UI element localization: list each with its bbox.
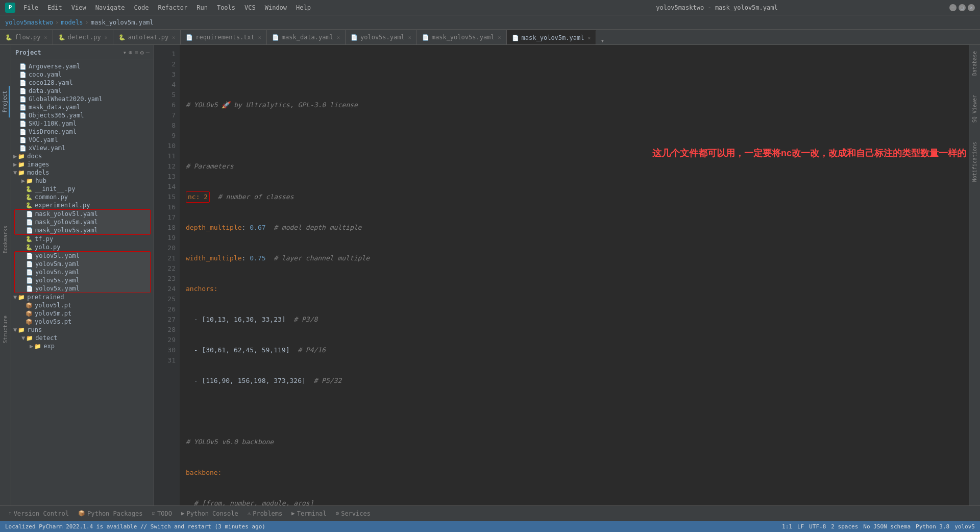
tab-maskdata[interactable]: 📄 mask_data.yaml × (267, 30, 346, 44)
left-tab-structure[interactable]: Structure (2, 310, 9, 348)
tree-visdrone[interactable]: 📄 VisDrone.yaml (11, 128, 154, 136)
sidebar-icon-collapse[interactable]: ≡ (134, 49, 138, 56)
tree-tf[interactable]: 🐍 tf.py (11, 235, 154, 243)
status-indent[interactable]: 2 spaces (831, 523, 858, 530)
menu-help[interactable]: Help (292, 3, 315, 12)
code-line-9: - [30,61, 62,45, 59,119] # P4/16 (186, 345, 963, 355)
menu-window[interactable]: Window (261, 3, 291, 12)
tree-maskyolov5s[interactable]: 📄 mask_yolov5s.yaml (15, 226, 150, 234)
bottom-tab-pythonconsole[interactable]: ▶ Python Console (177, 509, 242, 518)
tree-voc[interactable]: 📄 VOC.yaml (11, 136, 154, 144)
tab-autoteat[interactable]: 🐍 autoTeat.py × (113, 30, 181, 44)
tree-detect[interactable]: ▼ 📁 detect (11, 334, 154, 342)
tree-pretrained[interactable]: ▼ 📁 pretrained (11, 293, 154, 301)
tree-coco128[interactable]: 📄 coco128.yaml (11, 79, 154, 87)
bottom-tab-versioncontrol[interactable]: ↑ Version Control (4, 509, 73, 518)
tree-maskdata[interactable]: 📄 mask_data.yaml (11, 103, 154, 111)
tree-yolov5l[interactable]: 📄 yolov5l.yaml (15, 252, 150, 260)
tab-yolov5s[interactable]: 📄 yolov5s.yaml × (346, 30, 417, 44)
tab-maskdata-close[interactable]: × (337, 35, 340, 40)
sidebar-icon-gear[interactable]: — (146, 49, 150, 56)
menu-code[interactable]: Code (130, 3, 153, 12)
code-container[interactable]: 1 2 3 4 5 6 7 8 9 10 11 12 13 14 15 16 1… (154, 45, 969, 505)
tab-maskyolov5s-close[interactable]: × (498, 35, 501, 40)
tab-requirements[interactable]: 📄 requirements.txt × (181, 30, 267, 44)
status-position[interactable]: 1:1 (782, 523, 792, 530)
status-python[interactable]: Python 3.8 (916, 523, 949, 530)
tab-flow[interactable]: 🐍 flow.py × (0, 30, 53, 44)
tree-runs[interactable]: ▼ 📁 runs (11, 326, 154, 334)
tree-yolov5spt[interactable]: 📦 yolov5s.pt (11, 318, 154, 326)
tab-flow-close[interactable]: × (44, 35, 47, 40)
status-update-msg[interactable]: Localized PyCharm 2022.1.4 is available … (5, 523, 265, 530)
tree-sku110k[interactable]: 📄 SKU-110K.yaml (11, 119, 154, 128)
tab-maskyolov5m[interactable]: 📄 mask_yolov5m.yaml × (507, 30, 597, 44)
tab-detect-close[interactable]: × (105, 35, 108, 40)
tree-yolo[interactable]: 🐍 yolo.py (11, 243, 154, 251)
right-panel-database[interactable]: Database (971, 47, 978, 80)
sidebar-icon-settings[interactable]: ⚙ (140, 49, 144, 56)
right-panel-sqviewer[interactable]: SQ Viewer (971, 91, 978, 127)
tree-init[interactable]: 🐍 __init__.py (11, 185, 154, 193)
menu-file[interactable]: File (19, 3, 42, 12)
tab-yolov5s-close[interactable]: × (408, 35, 411, 40)
tree-globalwheat[interactable]: 📄 GlobalWheat2020.yaml (11, 95, 154, 103)
breadcrumb-project[interactable]: yolov5masktwo (5, 19, 53, 26)
menu-edit[interactable]: Edit (43, 3, 66, 12)
tree-images[interactable]: ▶ 📁 images (11, 160, 154, 168)
tree-hub[interactable]: ▶ 📁 hub (11, 177, 154, 185)
tree-docs[interactable]: ▶ 📁 docs (11, 152, 154, 160)
bottom-tab-todo[interactable]: ☑ TODO (148, 509, 176, 518)
left-tab-bookmarks[interactable]: Bookmarks (2, 221, 9, 258)
tree-coco[interactable]: 📄 coco.yaml (11, 70, 154, 79)
tree-yolov5s[interactable]: 📄 yolov5s.yaml (15, 276, 150, 284)
right-panel-notifications[interactable]: Notifications (971, 138, 978, 186)
status-encoding[interactable]: UTF-8 (809, 523, 826, 530)
tree-maskyolov5m[interactable]: 📄 mask_yolov5m.yaml (15, 218, 150, 226)
tab-req-close[interactable]: × (258, 35, 261, 40)
tree-models[interactable]: ▼ 📁 models (11, 168, 154, 177)
bottom-tab-problems[interactable]: ⚠ Problems (243, 509, 286, 518)
menu-tools[interactable]: Tools (213, 3, 239, 12)
tree-yolov5lpt[interactable]: 📦 yolov5l.pt (11, 301, 154, 309)
tree-yolov5n[interactable]: 📄 yolov5n.yaml (15, 268, 150, 276)
code-editor[interactable]: 这几个文件都可以用，一定要将nc改一改，改成和自己标注的类型数量一样的 # YO… (180, 45, 969, 505)
tab-maskyolov5m-close[interactable]: × (587, 35, 591, 41)
breadcrumb-file[interactable]: mask_yolov5m.yaml (91, 19, 154, 26)
tree-xview[interactable]: 📄 xView.yaml (11, 144, 154, 152)
breadcrumb-models[interactable]: models (61, 19, 83, 26)
status-lineending[interactable]: LF (797, 523, 804, 530)
menu-vcs[interactable]: VCS (240, 3, 260, 12)
tree-objects365[interactable]: 📄 Objects365.yaml (11, 111, 154, 119)
tree-maskyolov5l[interactable]: 📄 mask_yolov5l.yaml (15, 210, 150, 218)
sidebar-icon-locate[interactable]: ⊕ (129, 49, 132, 56)
tab-maskyolov5s[interactable]: 📄 mask_yolov5s.yaml × (417, 30, 507, 44)
tree-common[interactable]: 🐍 common.py (11, 193, 154, 201)
menu-refactor[interactable]: Refactor (154, 3, 191, 12)
bottom-tab-packages[interactable]: 📦 Python Packages (74, 509, 146, 518)
menu-navigate[interactable]: Navigate (91, 3, 129, 12)
menu-run[interactable]: Run (192, 3, 212, 12)
close-button[interactable]: × (968, 4, 975, 11)
tab-autoteat-close[interactable]: × (172, 35, 175, 40)
maximize-button[interactable]: □ (959, 4, 966, 11)
bottom-tab-services[interactable]: ⚙ Services (332, 509, 375, 518)
left-tab-project[interactable]: Project (1, 86, 10, 117)
right-panels: Database SQ Viewer Notifications (969, 45, 980, 505)
tree-yolov5m[interactable]: 📄 yolov5m.yaml (15, 260, 150, 268)
tree-data[interactable]: 📄 data.yaml (11, 87, 154, 95)
minimize-button[interactable]: — (949, 4, 957, 11)
status-jsonschema[interactable]: No JSON schema (863, 523, 911, 530)
bottom-tab-terminal[interactable]: ▶ Terminal (287, 509, 330, 518)
tab-detect[interactable]: 🐍 detect.py × (53, 30, 113, 44)
code-line-4: nc: 2 # number of classes (186, 192, 963, 202)
tree-yolov5x[interactable]: 📄 yolov5x.yaml (15, 284, 150, 293)
status-interpreter[interactable]: yolov5 (954, 523, 975, 530)
tab-maskyolov5s-label: mask_yolov5s.yaml (432, 34, 495, 41)
tree-exp[interactable]: ▶ 📁 exp (11, 342, 154, 350)
tree-yolov5mpt[interactable]: 📦 yolov5m.pt (11, 309, 154, 318)
tab-more[interactable]: ▾ (596, 37, 608, 44)
tree-argoverse[interactable]: 📄 Argoverse.yaml (11, 62, 154, 70)
menu-view[interactable]: View (67, 3, 90, 12)
tree-experimental[interactable]: 🐍 experimental.py (11, 201, 154, 209)
